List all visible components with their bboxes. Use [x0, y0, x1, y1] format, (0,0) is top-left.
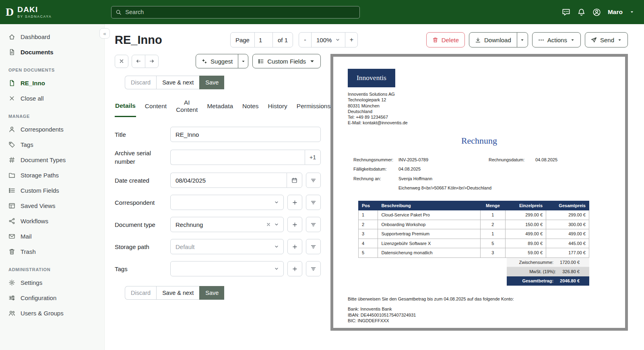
- add-correspondent-button[interactable]: [287, 195, 302, 210]
- brand[interactable]: D DAKI BY SADNACAYA: [6, 6, 52, 19]
- invoice-number-value: INV-2025-0789: [398, 157, 484, 163]
- date-created-field-label: Date created: [115, 176, 170, 185]
- save-bar-button[interactable]: Discard: [125, 286, 156, 300]
- tab[interactable]: History: [268, 99, 288, 117]
- sidebar-item[interactable]: Settings: [0, 275, 104, 290]
- bank-line: Bank: Innoventis Bank: [348, 306, 611, 312]
- suggest-dropdown-button[interactable]: [238, 54, 248, 68]
- sparkles-icon: [201, 58, 207, 64]
- close-document-button[interactable]: [115, 55, 128, 68]
- send-button[interactable]: Send: [585, 32, 628, 47]
- save-bar-button[interactable]: Save: [199, 76, 224, 89]
- save-bar-button[interactable]: Save & next: [156, 286, 199, 300]
- tag-icon: [8, 141, 15, 148]
- configuration-icon: [8, 294, 15, 301]
- due-date-value: 04.08.2025: [398, 166, 484, 172]
- storage-path-select[interactable]: Default: [170, 239, 284, 254]
- user-menu-caret-icon[interactable]: [630, 10, 634, 14]
- tab[interactable]: Content: [144, 99, 167, 117]
- suggest-button[interactable]: Suggest: [196, 54, 238, 68]
- invoice-page: Innoventis Innoventis Solutions AGTechno…: [330, 54, 628, 331]
- add-document-type-button[interactable]: [287, 217, 302, 232]
- saved-views-icon: [8, 202, 15, 209]
- filter-by-correspondent-button[interactable]: [306, 195, 321, 210]
- custom-fields-button[interactable]: Custom Fields: [252, 54, 321, 68]
- sidebar-item[interactable]: Close all: [0, 91, 104, 106]
- sidebar-item[interactable]: Tags: [0, 137, 104, 152]
- sidebar-item[interactable]: Trash: [0, 244, 104, 259]
- document-preview[interactable]: Innoventis Innoventis Solutions AGTechno…: [330, 54, 628, 331]
- invoice-item-row: 2 Onboarding Workshop 2 150.00 € 300.00 …: [359, 220, 589, 229]
- sidebar-item[interactable]: Correspondents: [0, 121, 104, 137]
- download-dropdown-button[interactable]: [517, 32, 528, 47]
- arrow-left-icon: [136, 58, 141, 64]
- plus-icon: [292, 266, 298, 272]
- tab[interactable]: Details: [115, 99, 136, 117]
- clear-selection-icon[interactable]: [266, 222, 271, 227]
- trash-icon: [432, 37, 438, 43]
- brand-name: DAKI: [17, 6, 52, 13]
- save-bar-button[interactable]: Save: [199, 286, 224, 300]
- notifications-bell-icon[interactable]: [577, 8, 586, 16]
- sidebar-item[interactable]: Saved Views: [0, 198, 104, 213]
- download-button[interactable]: Download: [469, 32, 517, 47]
- save-button-group-bottom: Discard Save & next Save: [125, 286, 224, 300]
- invoice-sender-block: Innoventis Solutions AGTechnologiepark 1…: [348, 91, 611, 126]
- sidebar-item[interactable]: Dashboard: [0, 29, 104, 44]
- zoom-out-button[interactable]: -: [299, 33, 311, 47]
- filter-by-date-button[interactable]: [306, 173, 321, 188]
- date-created-input[interactable]: [170, 173, 287, 188]
- sidebar-item[interactable]: Users & Groups: [0, 305, 104, 321]
- search-input[interactable]: [125, 9, 355, 15]
- tags-select[interactable]: [170, 261, 284, 276]
- next-document-button[interactable]: [145, 55, 159, 68]
- invoice-column-header: Pos: [359, 201, 378, 210]
- sidebar-item[interactable]: Storage Paths: [0, 167, 104, 183]
- zoom-select[interactable]: 100%: [311, 33, 345, 47]
- sidebar-item[interactable]: Custom Fields: [0, 183, 104, 198]
- tab[interactable]: AI Content: [175, 99, 198, 117]
- delete-button[interactable]: Delete: [426, 32, 465, 47]
- workflows-icon: [8, 218, 15, 224]
- sidebar-item[interactable]: Workflows: [0, 213, 104, 229]
- user-menu[interactable]: Maro: [608, 8, 623, 16]
- filter-by-storage-path-button[interactable]: [306, 239, 321, 254]
- previous-document-button[interactable]: [132, 55, 145, 68]
- close-icon: [8, 95, 15, 102]
- invoice-date-value: 04.08.2025: [535, 157, 611, 163]
- asn-input[interactable]: [170, 150, 305, 165]
- user-avatar-icon[interactable]: [592, 8, 601, 16]
- filter-by-document-type-button[interactable]: [306, 217, 321, 232]
- save-bar-button[interactable]: Save & next: [156, 76, 199, 89]
- sidebar-item[interactable]: Mail: [0, 229, 104, 244]
- topbar: D DAKI BY SADNACAYA Maro: [0, 0, 644, 24]
- tab[interactable]: Notes: [242, 99, 259, 117]
- sidebar-item[interactable]: RE_Inno: [0, 75, 104, 91]
- caret-down-icon: [520, 38, 524, 42]
- storage-path-field-label: Storage path: [115, 243, 170, 251]
- correspondent-select[interactable]: [170, 195, 284, 210]
- sidebar-item[interactable]: Documents: [0, 44, 104, 60]
- tab[interactable]: Metadata: [206, 99, 233, 117]
- tab[interactable]: Permissions: [296, 99, 331, 117]
- add-tag-button[interactable]: [287, 261, 302, 276]
- sidebar-item[interactable]: Document Types: [0, 152, 104, 167]
- invoice-total-row: Gesamtbetrag: 2046.80 €: [507, 276, 589, 286]
- sidebar-section-manage: MANAGE: [0, 107, 104, 121]
- add-storage-path-button[interactable]: [287, 239, 302, 254]
- invoice-total-row: Zwischensumme: 1720.00 €: [507, 258, 589, 268]
- collapse-sidebar-button[interactable]: «: [99, 28, 110, 39]
- filter-by-tag-button[interactable]: [306, 261, 321, 276]
- actions-button[interactable]: Actions: [532, 32, 581, 47]
- invoice-title: Rechnung: [348, 135, 611, 146]
- page-input[interactable]: [254, 33, 273, 47]
- title-input[interactable]: [170, 127, 321, 142]
- calendar-button[interactable]: [287, 173, 302, 188]
- document-type-select[interactable]: Rechnung: [170, 217, 284, 232]
- sidebar-item[interactable]: Configuration: [0, 290, 104, 305]
- save-bar-button[interactable]: Discard: [125, 76, 156, 89]
- asn-increment-button[interactable]: +1: [305, 150, 321, 165]
- filter-icon: [310, 266, 316, 272]
- zoom-in-button[interactable]: +: [345, 33, 357, 47]
- chat-icon[interactable]: [562, 8, 570, 16]
